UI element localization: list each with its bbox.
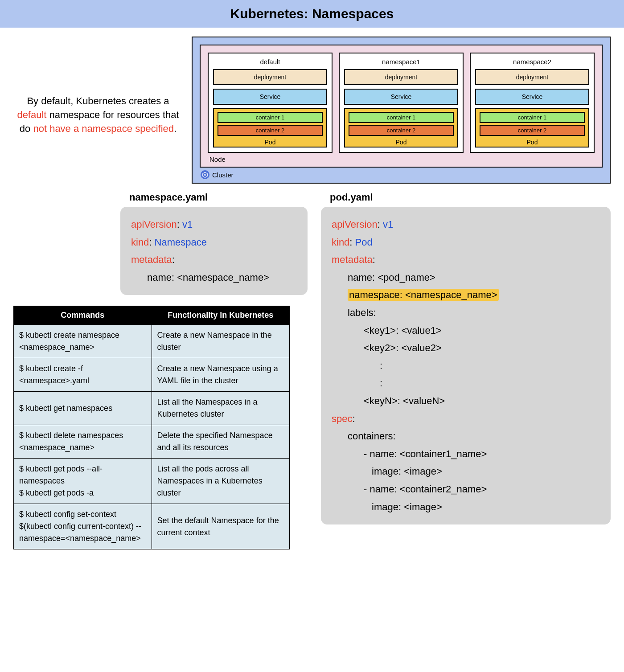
yaml-value: Pod xyxy=(355,237,373,248)
command-cell: $ kubectl create -f <namespace>.yaml xyxy=(14,358,152,392)
yaml-value: v1 xyxy=(182,219,193,230)
yaml-key: metadata xyxy=(131,254,172,265)
yaml-line: - name: <container2_name> xyxy=(332,480,600,498)
svg-point-1 xyxy=(204,174,206,176)
yaml-key: kind xyxy=(131,237,149,248)
banner-title: Kubernetes: Namespaces xyxy=(230,6,394,21)
namespace-1: namespace1 deployment Service container … xyxy=(339,53,464,153)
page-banner: Kubernetes: Namespaces xyxy=(0,0,624,28)
yaml-line: <key1>: <value1> xyxy=(332,322,600,340)
namespace-row: default deployment Service container 1 c… xyxy=(208,53,595,153)
deployment-box: deployment xyxy=(475,69,589,85)
namespace-title: namespace1 xyxy=(344,58,458,66)
functionality-cell: List all the pods across all Namespaces … xyxy=(152,459,290,504)
node-box: default deployment Service container 1 c… xyxy=(200,45,603,168)
yaml-value: Namespace xyxy=(155,237,207,248)
intro-post: . xyxy=(174,123,177,134)
table-header-commands: Commands xyxy=(14,306,152,325)
yaml-line: image: <image> xyxy=(332,498,600,516)
yaml-key: apiVersion xyxy=(332,219,378,230)
service-box: Service xyxy=(213,89,327,105)
yaml-key: metadata xyxy=(332,254,373,265)
pod-label: Pod xyxy=(349,138,454,146)
kubernetes-icon xyxy=(201,170,209,179)
deployment-box: deployment xyxy=(344,69,458,85)
pod-box: container 1 container 2 Pod xyxy=(344,108,458,148)
pod-box: container 1 container 2 Pod xyxy=(213,108,327,148)
yaml-line: - name: <container1_name> xyxy=(332,445,600,463)
left-column: namespace.yaml apiVersion: v1 kind: Name… xyxy=(13,188,308,549)
cluster-label-row: Cluster xyxy=(200,168,603,180)
cluster-label: Cluster xyxy=(212,171,234,179)
intro-red-phrase: not have a namespace specified xyxy=(33,123,174,134)
yaml-line: name: <namespace_name> xyxy=(131,269,297,287)
functionality-cell: Create a new Namespace in the cluster xyxy=(152,325,290,358)
yaml-namespace-highlight: namespace: <namespace_name> xyxy=(348,289,499,301)
container-1: container 1 xyxy=(218,112,323,123)
namespace-yaml-title: namespace.yaml xyxy=(129,192,308,203)
container-2: container 2 xyxy=(480,125,585,136)
intro-default-word: default xyxy=(17,109,46,120)
pod-label: Pod xyxy=(480,138,585,146)
yaml-value: v1 xyxy=(383,219,393,230)
yaml-line: <key2>: <value2> xyxy=(332,339,600,357)
namespace-title: namespace2 xyxy=(475,58,589,66)
pod-yaml-title: pod.yaml xyxy=(330,192,611,203)
table-row: $ kubectl get namespacesList all the Nam… xyxy=(14,392,290,425)
command-cell: $ kubectl delete namespaces <namespace_n… xyxy=(14,425,152,459)
table-row: $ kubectl create namespace <namespace_na… xyxy=(14,325,290,358)
container-2: container 2 xyxy=(349,125,454,136)
yaml-key: apiVersion xyxy=(131,219,177,230)
functionality-cell: Set the default Namespace for the curren… xyxy=(152,504,290,549)
functionality-cell: Create a new Namespace using a YAML file… xyxy=(152,358,290,392)
yaml-line: containers: xyxy=(332,427,600,445)
command-cell: $ kubectl config set-context $(kubectl c… xyxy=(14,504,152,549)
pod-label: Pod xyxy=(218,138,323,146)
yaml-line: labels: xyxy=(332,304,600,322)
service-box: Service xyxy=(475,89,589,105)
yaml-line: image: <image> xyxy=(332,463,600,480)
table-row: $ kubectl get pods --all-namespaces $ ku… xyxy=(14,459,290,504)
service-box: Service xyxy=(344,89,458,105)
svg-marker-0 xyxy=(203,172,208,177)
yaml-line: name: <pod_name> xyxy=(332,269,600,287)
yaml-line: : xyxy=(332,357,600,375)
pod-box: container 1 container 2 Pod xyxy=(475,108,589,148)
container-1: container 1 xyxy=(480,112,585,123)
yaml-line: <keyN>: <valueN> xyxy=(332,392,600,410)
files-row: namespace.yaml apiVersion: v1 kind: Name… xyxy=(0,184,624,549)
namespace-2: namespace2 deployment Service container … xyxy=(470,53,595,153)
pod-yaml-block: apiVersion: v1 kind: Pod metadata: name:… xyxy=(321,207,611,524)
yaml-line: : xyxy=(332,374,600,392)
command-cell: $ kubectl create namespace <namespace_na… xyxy=(14,325,152,358)
yaml-key: kind xyxy=(332,237,349,248)
yaml-key: spec xyxy=(332,413,352,424)
table-header-functionality: Functionality in Kubernetes xyxy=(152,306,290,325)
container-2: container 2 xyxy=(218,125,323,136)
functionality-cell: List all the Namespaces in a Kubernetes … xyxy=(152,392,290,425)
right-column: pod.yaml apiVersion: v1 kind: Pod metada… xyxy=(321,188,611,549)
namespace-yaml-block: apiVersion: v1 kind: Namespace metadata:… xyxy=(120,207,308,295)
cluster-box: default deployment Service container 1 c… xyxy=(192,37,611,184)
table-row: $ kubectl create -f <namespace>.yamlCrea… xyxy=(14,358,290,392)
table-row: $ kubectl config set-context $(kubectl c… xyxy=(14,504,290,549)
container-1: container 1 xyxy=(349,112,454,123)
command-cell: $ kubectl get namespaces xyxy=(14,392,152,425)
node-label: Node xyxy=(208,153,595,164)
table-row: $ kubectl delete namespaces <namespace_n… xyxy=(14,425,290,459)
commands-table: Commands Functionality in Kubernetes $ k… xyxy=(13,306,290,549)
top-section: By default, Kubernetes creates a default… xyxy=(0,28,624,184)
namespace-default: default deployment Service container 1 c… xyxy=(208,53,333,153)
namespace-title: default xyxy=(213,58,327,66)
command-cell: $ kubectl get pods --all-namespaces $ ku… xyxy=(14,459,152,504)
intro-text: By default, Kubernetes creates a default… xyxy=(13,37,183,184)
intro-pre: By default, Kubernetes creates a xyxy=(27,95,169,107)
functionality-cell: Delete the specified Namespace and all i… xyxy=(152,425,290,459)
deployment-box: deployment xyxy=(213,69,327,85)
